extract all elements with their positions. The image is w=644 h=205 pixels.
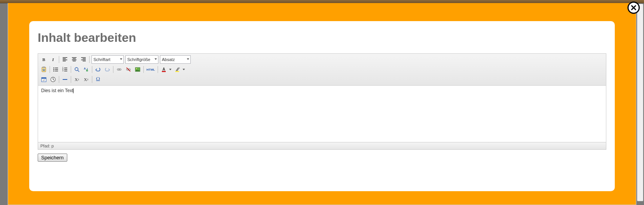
font-size-select[interactable]: Schriftgröße bbox=[125, 55, 158, 64]
text-color-dropdown[interactable] bbox=[168, 65, 172, 74]
redo-button[interactable] bbox=[103, 65, 111, 74]
vertical-scrollbar[interactable] bbox=[637, 4, 643, 201]
svg-rect-1 bbox=[43, 67, 45, 68]
save-button[interactable]: Speichern bbox=[38, 154, 67, 162]
page-title: Inhalt bearbeiten bbox=[38, 31, 606, 45]
editor-panel: Inhalt bearbeiten B I Schriftart Schrift… bbox=[29, 21, 615, 191]
html-source-button[interactable]: HTML bbox=[145, 65, 156, 74]
insert-image-button[interactable] bbox=[133, 65, 142, 74]
svg-text:W: W bbox=[43, 69, 45, 71]
svg-rect-23 bbox=[42, 78, 46, 79]
unlink-button[interactable] bbox=[124, 65, 133, 74]
svg-text:A: A bbox=[163, 67, 165, 71]
svg-rect-21 bbox=[175, 71, 179, 72]
insert-date-button[interactable]: 17 bbox=[40, 75, 48, 84]
block-format-label: Absatz bbox=[162, 57, 175, 62]
bold-button[interactable]: B bbox=[40, 55, 48, 64]
svg-text:A: A bbox=[84, 67, 86, 70]
svg-point-5 bbox=[53, 71, 55, 72]
align-center-button[interactable] bbox=[70, 55, 78, 64]
editor-statusbar: Pfad: p bbox=[38, 142, 606, 149]
close-icon bbox=[631, 5, 636, 10]
replace-button[interactable]: AB bbox=[82, 65, 90, 74]
svg-point-4 bbox=[53, 69, 55, 70]
font-size-label: Schriftgröße bbox=[127, 57, 150, 62]
numbered-list-button[interactable]: 123 bbox=[61, 65, 69, 74]
editor-text: Dies ist ein Text bbox=[41, 88, 73, 93]
text-color-button[interactable]: A bbox=[160, 65, 168, 74]
superscript-button[interactable]: X2 bbox=[82, 75, 90, 84]
svg-point-9 bbox=[75, 68, 78, 71]
paste-word-button[interactable]: W bbox=[40, 65, 48, 74]
italic-button[interactable]: I bbox=[49, 55, 57, 64]
editor-content-area[interactable]: Dies ist ein Text bbox=[38, 86, 606, 142]
svg-point-17 bbox=[136, 68, 137, 69]
font-family-label: Schriftart bbox=[93, 57, 110, 62]
align-right-button[interactable] bbox=[79, 55, 88, 64]
align-left-button[interactable] bbox=[61, 55, 69, 64]
undo-button[interactable] bbox=[94, 65, 102, 74]
svg-text:17: 17 bbox=[43, 79, 45, 81]
highlight-color-dropdown[interactable] bbox=[181, 65, 186, 74]
horizontal-rule-button[interactable] bbox=[61, 75, 69, 84]
close-button[interactable] bbox=[627, 2, 640, 14]
svg-text:ab: ab bbox=[178, 67, 180, 69]
highlight-color-button[interactable]: ab bbox=[173, 65, 181, 74]
svg-point-3 bbox=[53, 68, 55, 69]
svg-text:3: 3 bbox=[62, 69, 63, 72]
subscript-button[interactable]: X2 bbox=[73, 75, 81, 84]
bullet-list-button[interactable] bbox=[52, 65, 60, 74]
svg-point-13 bbox=[119, 69, 121, 70]
font-family-select[interactable]: Schriftart bbox=[92, 55, 124, 64]
svg-rect-26 bbox=[63, 79, 67, 80]
find-button[interactable] bbox=[73, 65, 81, 74]
insert-time-button[interactable] bbox=[49, 75, 57, 84]
block-format-select[interactable]: Absatz bbox=[160, 55, 191, 64]
svg-rect-19 bbox=[162, 71, 166, 72]
special-char-button[interactable]: Ω bbox=[94, 75, 102, 84]
rich-text-editor: B I Schriftart Schriftgröße Absatz W bbox=[38, 53, 606, 150]
link-button[interactable] bbox=[115, 65, 123, 74]
editor-toolbar: B I Schriftart Schriftgröße Absatz W bbox=[38, 54, 606, 86]
